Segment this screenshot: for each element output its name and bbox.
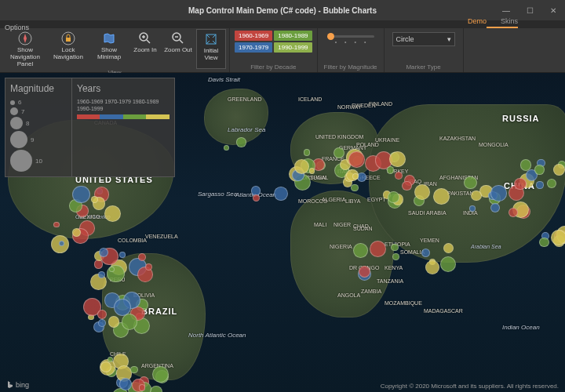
earthquake-bubble[interactable] bbox=[551, 230, 565, 245]
earthquake-bubble[interactable] bbox=[72, 186, 89, 203]
earthquake-bubble[interactable] bbox=[433, 188, 450, 205]
earthquake-bubble[interactable] bbox=[425, 260, 439, 274]
bing-attribution: bing bbox=[6, 380, 29, 390]
show-minimap-button[interactable]: Show Minimap bbox=[89, 29, 129, 69]
earthquake-bubble[interactable] bbox=[97, 310, 107, 319]
earthquake-bubble[interactable] bbox=[352, 173, 359, 180]
zoom-out-button[interactable]: Zoom Out bbox=[162, 29, 195, 69]
options-menu[interactable]: Options bbox=[5, 24, 29, 31]
legend-years-title: Years bbox=[77, 83, 170, 94]
earthquake-bubble[interactable] bbox=[387, 166, 394, 173]
earthquake-bubble[interactable] bbox=[348, 151, 364, 167]
earthquake-bubble[interactable] bbox=[490, 185, 506, 201]
copyright-text: Copyright © 2020 Microsoft and its suppl… bbox=[381, 383, 559, 390]
fit-icon bbox=[204, 31, 218, 47]
earthquake-bubble[interactable] bbox=[108, 316, 120, 328]
earthquake-bubble[interactable] bbox=[152, 366, 169, 383]
earthquake-bubble[interactable] bbox=[389, 151, 405, 167]
years-color-bar bbox=[77, 114, 170, 119]
earthquake-bubble[interactable] bbox=[138, 253, 146, 261]
zoom-out-icon bbox=[171, 31, 185, 46]
earthquake-bubble[interactable] bbox=[471, 191, 481, 201]
svg-rect-2 bbox=[66, 38, 71, 42]
earthquake-bubble[interactable] bbox=[547, 179, 556, 188]
earthquake-bubble[interactable] bbox=[72, 228, 81, 237]
earthquake-bubble[interactable] bbox=[443, 243, 454, 253]
earthquake-bubble[interactable] bbox=[464, 176, 476, 189]
zoom-in-button[interactable]: Zoom In bbox=[130, 29, 160, 69]
earthquake-bubble[interactable] bbox=[534, 165, 545, 175]
earthquake-bubble[interactable] bbox=[274, 187, 288, 201]
zoom-in-icon bbox=[138, 31, 152, 46]
show-nav-panel-button[interactable]: Show Navigation Panel bbox=[3, 29, 47, 69]
earthquake-bubble[interactable] bbox=[370, 241, 386, 257]
earthquake-bubble[interactable] bbox=[353, 243, 368, 258]
legend-panel: Magnitude 6 7 8 9 10 Years 1960-19691970… bbox=[5, 78, 175, 177]
earthquake-bubble[interactable] bbox=[391, 244, 398, 251]
earthquake-bubble[interactable] bbox=[514, 178, 527, 191]
group-marker-label: Marker Type bbox=[406, 64, 440, 71]
decade-1960-button[interactable]: 1960-1969 bbox=[235, 31, 272, 41]
country-label: RUSSIA bbox=[502, 114, 540, 123]
lock-icon bbox=[61, 31, 75, 46]
marker-type-select[interactable]: Circle ▾ bbox=[392, 32, 455, 46]
map-canvas[interactable]: UNITED STATES BRAZIL RUSSIA CHINA Davis … bbox=[0, 73, 565, 392]
earthquake-bubble[interactable] bbox=[98, 319, 106, 327]
decade-1980-button[interactable]: 1980-1989 bbox=[274, 31, 312, 41]
earthquake-bubble[interactable] bbox=[53, 222, 59, 227]
earthquake-bubble[interactable] bbox=[130, 366, 137, 373]
compass-icon bbox=[18, 31, 32, 46]
earthquake-bubble[interactable] bbox=[236, 137, 246, 147]
earthquake-bubble[interactable] bbox=[388, 191, 399, 202]
ribbon: Show Navigation Panel Lock Navigation Sh… bbox=[0, 28, 565, 73]
lock-nav-button[interactable]: Lock Navigation bbox=[49, 29, 88, 69]
initial-view-button[interactable]: Initial View bbox=[196, 29, 226, 69]
earthquake-bubble[interactable] bbox=[539, 238, 549, 248]
earthquake-bubble[interactable] bbox=[150, 386, 162, 392]
earthquake-bubble[interactable] bbox=[119, 252, 126, 258]
legend-magnitude-title: Magnitude bbox=[10, 83, 67, 94]
earthquake-bubble[interactable] bbox=[139, 384, 146, 391]
chevron-down-icon: ▾ bbox=[447, 35, 451, 43]
earthquake-bubble[interactable] bbox=[224, 145, 229, 151]
earthquake-bubble[interactable] bbox=[440, 256, 456, 272]
window-tabs: Demo Skins bbox=[0, 17, 565, 28]
decade-1990-button[interactable]: 1990-1999 bbox=[274, 42, 312, 53]
earthquake-bubble[interactable] bbox=[536, 181, 543, 188]
map-icon bbox=[102, 31, 116, 46]
window-title: Map Control Main Demo (C# code) - Bubble… bbox=[188, 6, 377, 15]
earthquake-bubble[interactable] bbox=[99, 248, 108, 257]
earthquake-bubble[interactable] bbox=[414, 184, 430, 200]
tab-demo[interactable]: Demo bbox=[468, 17, 487, 28]
group-magnitude-label: Filter by Magnitude bbox=[324, 64, 377, 71]
group-decade-label: Filter by Decade bbox=[250, 64, 296, 71]
earthquake-bubble[interactable] bbox=[351, 184, 359, 192]
earthquake-bubble[interactable] bbox=[253, 194, 260, 201]
magnitude-slider[interactable] bbox=[327, 35, 374, 38]
earthquake-bubble[interactable] bbox=[309, 168, 315, 174]
earthquake-bubble[interactable] bbox=[520, 159, 531, 170]
earthquake-bubble[interactable] bbox=[122, 314, 137, 329]
earthquake-bubble[interactable] bbox=[392, 253, 399, 260]
title-bar: Map Control Main Demo (C# code) - Bubble… bbox=[0, 0, 565, 20]
earthquake-bubble[interactable] bbox=[304, 149, 310, 155]
earthquake-bubble[interactable] bbox=[553, 164, 565, 176]
decade-1970-button[interactable]: 1970-1979 bbox=[235, 42, 272, 53]
earthquake-bubble[interactable] bbox=[469, 205, 476, 212]
earthquake-bubble[interactable] bbox=[490, 203, 500, 212]
